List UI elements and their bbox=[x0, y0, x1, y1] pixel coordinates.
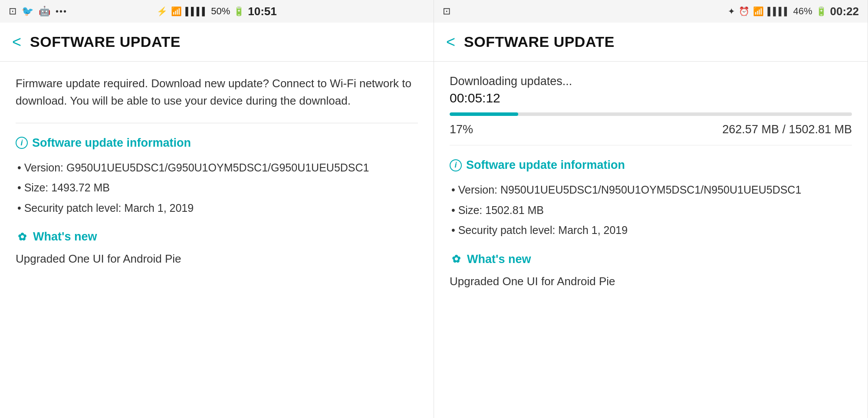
left-size-info: • Size: 1493.72 MB bbox=[17, 178, 418, 197]
right-software-info-heading: i Software update information bbox=[450, 158, 852, 172]
right-whats-new-text: Upgraded One UI for Android Pie bbox=[450, 275, 852, 288]
right-back-button[interactable]: < bbox=[446, 33, 455, 51]
left-phone-panel: ⊡ 🐦 🤖 ••• ⚡ 📶 ▌▌▌▌ 50% 🔋 10:51 < SOFTWAR… bbox=[0, 0, 434, 418]
left-time: 10:51 bbox=[248, 5, 277, 18]
right-page-header: < SOFTWARE UPDATE bbox=[434, 23, 868, 62]
screen-mirror-icon: ⊡ bbox=[9, 6, 16, 17]
left-security-info: • Security patch level: March 1, 2019 bbox=[17, 199, 418, 217]
left-software-info-heading: i Software update information bbox=[16, 136, 418, 150]
right-info-icon: i bbox=[450, 159, 462, 171]
right-phone-panel: ⊡ ✦ ⏰ 📶 ▌▌▌▌ 46% 🔋 00:22 < SOFTWARE UPDA… bbox=[434, 0, 868, 418]
download-timer: 00:05:12 bbox=[450, 91, 852, 105]
left-status-icons: ⊡ 🐦 🤖 ••• bbox=[9, 6, 157, 17]
twitter-icon: 🐦 bbox=[22, 6, 33, 17]
left-whats-new-text: Upgraded One UI for Android Pie bbox=[16, 252, 418, 266]
right-security-info: • Security patch level: March 1, 2019 bbox=[451, 221, 852, 240]
right-battery-icon: 🔋 bbox=[816, 6, 827, 16]
left-battery-icon: 🔋 bbox=[233, 6, 244, 16]
right-status-left: ⊡ bbox=[443, 6, 651, 17]
right-content: Downloading updates... 00:05:12 17% 262.… bbox=[434, 62, 868, 418]
left-battery-percent: 50% bbox=[211, 6, 230, 17]
left-whats-new-heading: ✿ What's new bbox=[16, 230, 418, 244]
firmware-description: Firmware update required. Download new u… bbox=[16, 75, 418, 123]
left-status-center: ⚡ 📶 ▌▌▌▌ 50% 🔋 10:51 bbox=[157, 5, 277, 18]
android-icon: 🤖 bbox=[39, 6, 50, 17]
right-battery-percent: 46% bbox=[793, 6, 812, 17]
more-icon: ••• bbox=[56, 7, 67, 16]
left-status-bar: ⊡ 🐦 🤖 ••• ⚡ 📶 ▌▌▌▌ 50% 🔋 10:51 bbox=[0, 0, 434, 23]
right-wifi-icon: 📶 bbox=[753, 6, 764, 16]
right-page-title: SOFTWARE UPDATE bbox=[464, 33, 615, 50]
left-award-icon: ✿ bbox=[16, 230, 29, 244]
progress-stats: 17% 262.57 MB / 1502.81 MB bbox=[450, 123, 852, 136]
progress-percent: 17% bbox=[450, 123, 473, 136]
bluetooth-icon: ✦ bbox=[728, 6, 735, 16]
right-time: 00:22 bbox=[830, 5, 859, 18]
right-award-icon: ✿ bbox=[450, 253, 463, 266]
left-update-info-list: • Version: G950U1UEU5DSC1/G950U1OYM5DSC1… bbox=[16, 158, 418, 217]
right-size-info: • Size: 1502.81 MB bbox=[451, 201, 852, 220]
left-version-info: • Version: G950U1UEU5DSC1/G950U1OYM5DSC1… bbox=[17, 158, 418, 177]
left-page-title: SOFTWARE UPDATE bbox=[30, 33, 181, 50]
left-page-header: < SOFTWARE UPDATE bbox=[0, 23, 434, 62]
clock-icon: ⏰ bbox=[739, 6, 750, 16]
right-whats-new-label: What's new bbox=[467, 253, 531, 266]
downloading-label: Downloading updates... bbox=[450, 75, 852, 88]
download-status-section: Downloading updates... 00:05:12 17% 262.… bbox=[450, 75, 852, 145]
progress-size: 262.57 MB / 1502.81 MB bbox=[722, 123, 852, 136]
left-whats-new-label: What's new bbox=[33, 230, 97, 244]
progress-bar-container bbox=[450, 112, 852, 116]
right-signal-icon: ▌▌▌▌ bbox=[767, 7, 789, 16]
left-back-button[interactable]: < bbox=[12, 33, 21, 51]
left-software-info-label: Software update information bbox=[32, 136, 191, 150]
right-status-bar: ⊡ ✦ ⏰ 📶 ▌▌▌▌ 46% 🔋 00:22 bbox=[434, 0, 868, 23]
right-status-right: ✦ ⏰ 📶 ▌▌▌▌ 46% 🔋 00:22 bbox=[651, 5, 859, 18]
wifi-icon: 📶 bbox=[171, 6, 182, 16]
right-version-info: • Version: N950U1UEU5DSC1/N950U1OYM5DSC1… bbox=[451, 181, 852, 199]
right-software-info-label: Software update information bbox=[466, 158, 625, 172]
right-whats-new-heading: ✿ What's new bbox=[450, 253, 852, 266]
charge-icon: ⚡ bbox=[157, 6, 168, 16]
right-update-info-list: • Version: N950U1UEU5DSC1/N950U1OYM5DSC1… bbox=[450, 181, 852, 240]
left-info-icon: i bbox=[16, 137, 28, 149]
signal-icon: ▌▌▌▌ bbox=[185, 7, 207, 16]
left-content: Firmware update required. Download new u… bbox=[0, 62, 434, 418]
right-unknown-icon: ⊡ bbox=[443, 6, 450, 17]
progress-bar-fill bbox=[450, 112, 518, 116]
